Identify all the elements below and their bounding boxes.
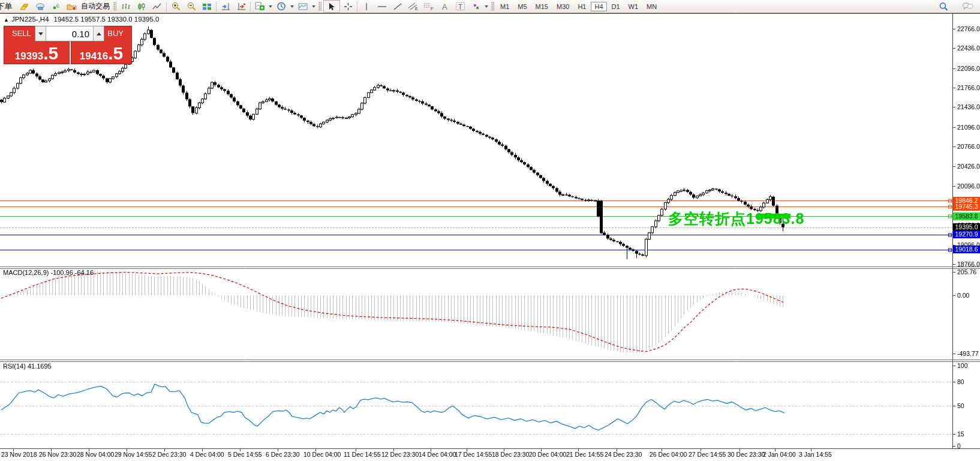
new-order-button[interactable]: 下单 <box>0 1 17 12</box>
cursor-icon[interactable] <box>323 0 340 13</box>
timeframe-m5[interactable]: M5 <box>514 2 530 11</box>
toolbar-grip[interactable] <box>113 2 116 11</box>
pivot-annotation-text: 多空转折点19583.8 <box>668 209 804 229</box>
volume-input[interactable]: 0.10 <box>46 26 93 41</box>
chat-icon[interactable] <box>960 1 975 12</box>
timeframe-m1[interactable]: M1 <box>497 2 513 11</box>
periods-icon[interactable] <box>273 1 289 12</box>
volume-decrease-button[interactable] <box>35 26 46 41</box>
volume-stepper: 0.10 <box>35 26 104 41</box>
cloud-icon[interactable] <box>32 1 48 12</box>
svg-text:E: E <box>415 7 418 11</box>
time-tick-label: 6 Dec 23:30 <box>266 451 300 458</box>
macd-tick-label: -493.77 <box>957 350 979 357</box>
timeframe-h1[interactable]: H1 <box>574 2 590 11</box>
bar-chart-icon[interactable] <box>118 1 134 12</box>
rsi-tick-label: 0 <box>957 442 961 450</box>
candle-chart-icon[interactable] <box>134 1 149 12</box>
toolbar-separator <box>216 2 217 11</box>
time-tick-label: 11 Dec 14:55 <box>344 451 381 458</box>
chart-ohlc: 19452.5 19557.5 19330.0 19395.0 <box>54 16 160 23</box>
time-tick-label: 17 Dec 14:55 <box>455 451 492 458</box>
time-tick-label: 29 Nov 14:55 <box>115 451 152 458</box>
templates-icon[interactable] <box>295 1 311 12</box>
arrows-dropdown-caret[interactable] <box>485 5 488 8</box>
chevron-up-icon <box>97 32 101 35</box>
search-icon[interactable] <box>936 1 951 12</box>
signal-icon[interactable] <box>48 1 64 12</box>
time-tick-label: 2 Jan 04:00 <box>763 451 796 458</box>
chart-title: ▲JPN225-,H419452.5 19557.5 19330.0 19395… <box>4 16 159 23</box>
toolbar-separator <box>357 2 357 11</box>
zoom-out-icon[interactable] <box>184 1 199 12</box>
toolbar-grip[interactable] <box>318 2 321 11</box>
time-tick-label: 14 Dec 04:00 <box>419 451 456 458</box>
text-icon[interactable]: A <box>437 1 452 12</box>
main-toolbar: 下单 自动交易 <box>0 0 980 13</box>
macd-label: MACD(12,26,9) -100.96 -64.16 <box>3 269 94 276</box>
time-tick-label: 26 Nov 23:30 <box>39 451 76 458</box>
price-tick-label: 21436.0 <box>957 103 980 110</box>
chart-canvas[interactable] <box>0 0 980 461</box>
buy-price[interactable]: 19416.5 <box>68 46 134 62</box>
price-tick-label: 21096.0 <box>957 124 980 131</box>
volume-increase-button[interactable] <box>93 26 104 41</box>
tile-windows-icon[interactable] <box>199 1 215 12</box>
autoscroll-icon[interactable] <box>218 1 233 12</box>
crosshair-icon[interactable] <box>340 1 356 12</box>
rsi-tick-label: 100 <box>957 362 968 369</box>
timeframe-m15[interactable]: M15 <box>532 2 552 11</box>
svg-text:A: A <box>442 2 447 11</box>
svg-text:T: T <box>458 3 462 10</box>
timeframe-d1[interactable]: D1 <box>608 2 624 11</box>
price-tick-label: 20766.0 <box>957 143 980 150</box>
macd-tick-label: 205.76 <box>957 268 976 276</box>
gold-icon[interactable] <box>17 1 32 12</box>
toolbar-separator <box>250 2 251 11</box>
price-tick-label: 20426.0 <box>957 163 980 170</box>
price-level-chip: 19395.0 <box>953 223 980 231</box>
indicators-icon[interactable] <box>252 1 267 12</box>
periods-dropdown-caret[interactable] <box>290 5 294 8</box>
timeframe-m30[interactable]: M30 <box>553 2 573 11</box>
timeframe-mn[interactable]: MN <box>643 2 660 11</box>
arrows-icon[interactable] <box>468 1 483 12</box>
sell-button-label[interactable]: SELL <box>12 29 31 38</box>
time-tick-label: 5 Dec 14:55 <box>228 451 262 458</box>
toolbar-separator <box>166 2 167 11</box>
toolbar-grip[interactable] <box>491 2 494 11</box>
time-tick-label: 26 Dec 04:00 <box>650 451 687 458</box>
vertical-line-icon[interactable] <box>359 1 374 12</box>
time-tick-label: 12 Dec 23:30 <box>381 451 419 458</box>
text-label-icon[interactable]: T <box>452 1 468 12</box>
rsi-label: RSI(14) 41.1695 <box>3 363 52 370</box>
fibonacci-icon[interactable]: F <box>421 1 437 12</box>
timeframe-toolbar: M1M5M15M30H1H4D1W1MN <box>496 2 661 11</box>
price-tick-label: 22436.0 <box>957 44 980 52</box>
time-tick-label: 4 Dec 04:00 <box>190 451 224 458</box>
templates-dropdown-caret[interactable] <box>312 5 315 8</box>
sell-price[interactable]: 19393.5 <box>4 46 70 62</box>
timeframe-w1[interactable]: W1 <box>625 2 642 11</box>
timeframe-h4[interactable]: H4 <box>591 2 606 11</box>
chevron-down-icon <box>38 32 43 35</box>
rsi-tick-label: 15 <box>957 430 964 438</box>
time-tick-label: 24 Dec 23:30 <box>605 451 642 458</box>
line-chart-icon[interactable] <box>149 1 165 12</box>
buy-button-label[interactable]: BUY <box>107 29 124 38</box>
equidistant-channel-icon[interactable]: E <box>405 1 421 12</box>
collapse-panel-icon[interactable]: ▲ <box>4 17 9 23</box>
time-tick-label: 20 Dec 04:00 <box>529 451 566 458</box>
autotrade-folder-icon[interactable] <box>64 1 79 12</box>
zoom-in-icon[interactable] <box>168 1 184 12</box>
chart-symbol: JPN225-,H4 <box>11 16 49 23</box>
trendline-icon[interactable] <box>390 1 405 12</box>
price-level-chip: 19745.3 <box>953 203 980 211</box>
horizontal-line-icon[interactable] <box>374 1 390 12</box>
indicators-dropdown-caret[interactable] <box>269 5 272 8</box>
autotrade-button[interactable]: 自动交易 <box>79 1 112 11</box>
time-tick-label: 28 Nov 04:00 <box>77 451 114 458</box>
price-level-chip: 19018.6 <box>953 246 980 253</box>
time-tick-label: 18 Dec 23:30 <box>492 451 529 458</box>
chart-shift-icon[interactable] <box>233 1 249 12</box>
